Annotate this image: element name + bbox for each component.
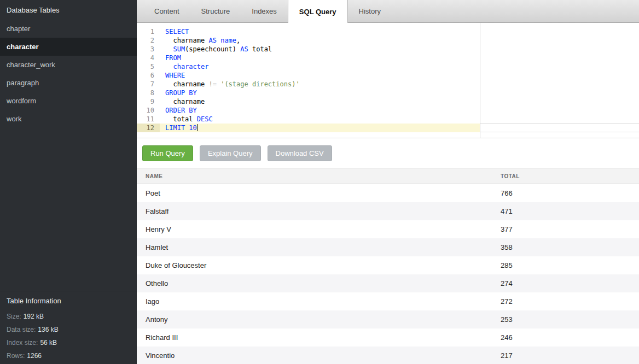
result-row-hamlet[interactable]: Hamlet358 — [137, 238, 639, 256]
run-query-button[interactable]: Run Query — [142, 145, 193, 161]
cell-name: Henry V — [137, 220, 492, 238]
cell-name: Duke of Gloucester — [137, 256, 492, 274]
code-line-5[interactable]: 5 character — [137, 62, 480, 71]
query-actions: Run Query Explain Query Download CSV — [137, 138, 639, 168]
code-text: FROM — [160, 54, 480, 62]
code-line-3[interactable]: 3 SUM(speechcount) AS total — [137, 45, 480, 54]
cell-total: 246 — [492, 328, 639, 347]
line-number: 12 — [137, 124, 160, 132]
sidebar-spacer — [0, 128, 137, 291]
result-row-vincentio[interactable]: Vincentio217 — [137, 347, 639, 364]
info-label: Index size: — [7, 339, 38, 347]
info-label: Rows: — [7, 352, 25, 360]
download-csv-button[interactable]: Download CSV — [268, 145, 332, 161]
table-list: chaptercharactercharacter_workparagraphw… — [0, 20, 137, 128]
code-line-12[interactable]: 12LIMIT 10 — [137, 124, 480, 132]
result-row-henry-v[interactable]: Henry V377 — [137, 220, 639, 238]
code-line-9[interactable]: 9 charname — [137, 97, 480, 106]
result-row-falstaff[interactable]: Falstaff471 — [137, 202, 639, 220]
table-information-title: Table Information — [0, 291, 137, 310]
result-row-duke-of-gloucester[interactable]: Duke of Gloucester285 — [137, 256, 639, 274]
line-number: 8 — [137, 89, 160, 97]
code-text: SUM(speechcount) AS total — [160, 45, 480, 54]
code-line-6[interactable]: 6WHERE — [137, 71, 480, 80]
cell-name: Falstaff — [137, 202, 492, 220]
code-line-1[interactable]: 1SELECT — [137, 27, 480, 36]
sidebar-item-paragraph[interactable]: paragraph — [0, 74, 137, 92]
sidebar-item-character_work[interactable]: character_work — [0, 56, 137, 74]
line-number: 6 — [137, 71, 160, 80]
sql-editor[interactable]: 1SELECT2 charname AS name,3 SUM(speechco… — [137, 23, 639, 138]
info-value: 56 kB — [40, 339, 57, 347]
code-line-10[interactable]: 10ORDER BY — [137, 106, 480, 115]
sidebar-item-chapter[interactable]: chapter — [0, 20, 137, 38]
column-header-total: TOTAL — [492, 168, 639, 184]
code-text: ORDER BY — [160, 106, 480, 115]
cell-total: 274 — [492, 274, 639, 292]
cell-name: Othello — [137, 274, 492, 292]
cell-total: 253 — [492, 310, 639, 328]
code-text: charname AS name, — [160, 36, 480, 45]
tab-structure[interactable]: Structure — [190, 0, 241, 22]
info-row-rows: Rows:1266 — [0, 349, 137, 362]
tab-indexes[interactable]: Indexes — [241, 0, 288, 22]
cell-total: 471 — [492, 202, 639, 220]
explain-query-button[interactable]: Explain Query — [200, 145, 261, 161]
line-number: 2 — [137, 36, 160, 45]
cell-total: 358 — [492, 238, 639, 256]
cell-total: 272 — [492, 292, 639, 310]
code-text: total DESC — [160, 115, 480, 124]
code-text: WHERE — [160, 71, 480, 80]
code-line-2[interactable]: 2 charname AS name, — [137, 36, 480, 45]
line-number: 4 — [137, 54, 160, 62]
result-row-antony[interactable]: Antony253 — [137, 310, 639, 328]
tab-sql-query[interactable]: SQL Query — [288, 0, 348, 23]
result-row-richard-iii[interactable]: Richard III246 — [137, 328, 639, 347]
info-row-size: Size:192 kB — [0, 310, 137, 323]
main-panel: ContentStructureIndexesSQL QueryHistory … — [137, 0, 639, 364]
result-row-iago[interactable]: Iago272 — [137, 292, 639, 310]
cell-name: Richard III — [137, 328, 492, 347]
code-line-8[interactable]: 8GROUP BY — [137, 89, 480, 97]
app-window: Database Tables chaptercharactercharacte… — [0, 0, 639, 364]
info-value: 192 kB — [24, 313, 44, 320]
line-number: 7 — [137, 80, 160, 89]
info-label: Size: — [7, 313, 21, 320]
cell-name: Iago — [137, 292, 492, 310]
line-number: 11 — [137, 115, 160, 124]
results-table: NAMETOTAL Poet766Falstaff471Henry V377Ha… — [137, 168, 639, 364]
sidebar-item-character[interactable]: character — [0, 38, 137, 56]
tab-content[interactable]: Content — [143, 0, 190, 22]
code-line-11[interactable]: 11 total DESC — [137, 115, 480, 124]
cell-name: Poet — [137, 184, 492, 202]
info-value: 136 kB — [38, 326, 58, 333]
sql-editor-code[interactable]: 1SELECT2 charname AS name,3 SUM(speechco… — [137, 23, 480, 138]
sidebar-item-wordform[interactable]: wordform — [0, 92, 137, 110]
line-number: 3 — [137, 45, 160, 54]
sidebar: Database Tables chaptercharactercharacte… — [0, 0, 137, 364]
tab-history[interactable]: History — [348, 0, 392, 22]
line-number: 10 — [137, 106, 160, 115]
line-number: 9 — [137, 97, 160, 106]
text-caret — [197, 124, 197, 131]
editor-right-pane — [480, 23, 639, 138]
cell-total: 217 — [492, 347, 639, 364]
cell-total: 766 — [492, 184, 639, 202]
result-row-poet[interactable]: Poet766 — [137, 184, 639, 202]
line-number: 5 — [137, 62, 160, 71]
code-text: character — [160, 62, 480, 71]
sidebar-item-work[interactable]: work — [0, 110, 137, 128]
results-header-row: NAMETOTAL — [137, 168, 639, 184]
result-row-othello[interactable]: Othello274 — [137, 274, 639, 292]
code-line-7[interactable]: 7 charname != '(stage directions)' — [137, 80, 480, 89]
info-value: 1266 — [27, 352, 42, 360]
code-text: charname — [160, 97, 480, 106]
table-information-rows: Size:192 kBData size:136 kBIndex size:56… — [0, 310, 137, 362]
line-number: 1 — [137, 27, 160, 36]
table-information-section: Table Information Size:192 kBData size:1… — [0, 291, 137, 364]
code-line-4[interactable]: 4FROM — [137, 54, 480, 62]
cell-total: 285 — [492, 256, 639, 274]
code-text: SELECT — [160, 27, 480, 36]
sidebar-title: Database Tables — [0, 0, 137, 20]
column-header-name: NAME — [137, 168, 492, 184]
